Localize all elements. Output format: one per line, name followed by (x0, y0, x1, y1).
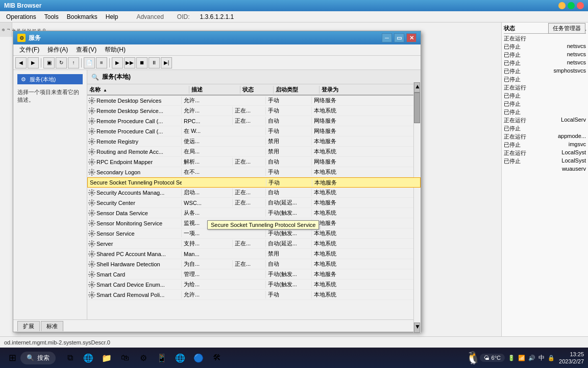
taskbar-search[interactable]: 🔍 搜索 (20, 352, 56, 364)
svg-rect-30 (88, 131, 90, 132)
table-row[interactable]: Remote Desktop Services 允许... 手动 网络服务 (87, 96, 421, 106)
svg-point-144 (90, 263, 93, 266)
svg-rect-42 (93, 143, 94, 144)
svg-rect-174 (88, 294, 90, 295)
svc-desc-cell: RPC... (181, 118, 232, 124)
table-row[interactable]: Sensor Data Service 从各... 手动(触发... 本地系统 (87, 208, 421, 218)
status-entry-10: 已停止 (504, 108, 586, 116)
win-minimize-btn[interactable]: ─ (382, 33, 392, 42)
table-row[interactable]: Shared PC Account Mana... Man... 禁用 本地系统 (87, 249, 421, 259)
tab-standard[interactable]: 标准 (41, 321, 63, 331)
table-row[interactable]: RPC Endpoint Mapper 解析... 正在... 自动 网络服务 (87, 157, 421, 167)
menu-action[interactable]: 操作(A) (43, 44, 72, 55)
time-display[interactable]: 13:25 2023/2/27 (559, 351, 584, 365)
table-row[interactable]: Security Accounts Manag... 启动... 正在... 自… (87, 188, 421, 198)
table-row[interactable]: Sensor Service 一项... 手动(触发... 本地系统 (87, 228, 421, 239)
svg-rect-71 (93, 169, 94, 171)
menu-tools[interactable]: Tools (40, 12, 63, 21)
table-row[interactable]: Smart Card 管理... 手动(触发... 本地服务 (87, 269, 421, 280)
resume-btn[interactable]: ⏸ (149, 57, 160, 68)
svc-desc-cell: 在 W... (181, 127, 232, 135)
win-restore-btn[interactable]: ▭ (394, 33, 404, 42)
svg-rect-100 (91, 210, 92, 211)
svc-desc-cell: 允许... (181, 107, 232, 114)
extra-btn[interactable]: ≡ (96, 57, 107, 68)
table-row[interactable]: Security Center WSC... 正在... 自动(延迟... 本地… (87, 198, 421, 208)
tray-battery[interactable]: 🔋 (508, 355, 515, 361)
svg-point-135 (90, 252, 93, 256)
table-row[interactable]: Shell Hardware Detection 为自... 正在... 自动 … (87, 259, 421, 269)
tray-network[interactable]: 📶 (518, 355, 525, 361)
win-close-btn[interactable]: ✕ (406, 33, 416, 42)
table-row[interactable]: Remote Procedure Call (... RPC... 正在... … (87, 116, 421, 126)
pause-btn[interactable]: ⏹ (136, 57, 148, 68)
table-row[interactable]: Remote Procedure Call (... 在 W... 手动 网络服… (87, 126, 421, 136)
minimize-btn[interactable] (558, 2, 566, 9)
forward-btn[interactable]: ▶ (28, 57, 39, 68)
col-header-login[interactable]: 登录为 (320, 86, 365, 94)
taskman-hint[interactable]: 任务管理器 (548, 23, 585, 34)
back-btn[interactable]: ◀ (15, 57, 27, 68)
start-btn[interactable]: ▶ (112, 57, 123, 68)
menu-help[interactable]: Help (102, 12, 122, 21)
col-header-status[interactable]: 状态 (240, 86, 274, 94)
tab-expand[interactable]: 扩展 (17, 321, 40, 331)
svc-name: Routing and Remote Acc... (96, 149, 163, 155)
table-row[interactable]: Sensor Monitoring Service 监视... 手动(触发...… (87, 218, 421, 228)
start-button[interactable]: ⊞ (4, 350, 20, 366)
maximize-btn[interactable] (568, 2, 575, 9)
taskbar-phone[interactable]: 📱 (154, 350, 170, 366)
props-btn[interactable]: 📄 (84, 57, 95, 68)
tray-input-method[interactable]: 中 (538, 354, 545, 362)
svg-rect-38 (91, 144, 92, 145)
svg-rect-134 (93, 241, 94, 242)
col-header-desc[interactable]: 描述 (189, 86, 240, 94)
table-row[interactable]: Routing and Remote Acc... 在局... 禁用 本地系统 (87, 147, 421, 157)
restart-btn[interactable]: ▶| (161, 57, 172, 68)
col-header-startup[interactable]: 启动类型 (274, 86, 320, 94)
table-row[interactable]: Secondary Logon 在不... 手动 本地系统 (87, 167, 421, 177)
refresh-btn[interactable]: ↻ (56, 57, 67, 68)
menu-file[interactable]: 文件(F) (15, 44, 43, 55)
status-entry-6: 已停止 (504, 76, 586, 83)
svc-name-cell: Remote Desktop Service... (87, 107, 181, 114)
taskbar-config[interactable]: 🛠 (209, 350, 225, 366)
export-btn[interactable]: ↑ (68, 57, 79, 68)
tree-item-local[interactable]: ⚙ 服务(本地) (17, 74, 83, 84)
table-row[interactable]: Remote Registry 使远... 禁用 本地服务 (87, 136, 421, 147)
svg-rect-34 (89, 132, 90, 134)
menu-help[interactable]: 帮助(H) (101, 44, 130, 55)
taskbar-settings[interactable]: ⚙ (135, 350, 152, 366)
table-row[interactable]: Smart Card Removal Poli... 允许... 手动 本地系统 (87, 290, 421, 300)
col-header-name[interactable]: 名称 ▲ (87, 86, 189, 94)
scrollbar-track[interactable]: ▲ ▼ (413, 82, 421, 333)
taskbar-ie[interactable]: 🔵 (190, 350, 207, 366)
table-row[interactable]: Secure Socket Tunneling Protocol Service… (87, 177, 421, 188)
menu-view[interactable]: 查看(V) (72, 44, 101, 55)
tree-icon: ⚙ (19, 75, 28, 83)
svg-point-9 (90, 109, 93, 112)
tray-security[interactable]: 🔒 (548, 355, 555, 361)
svc-name-cell: Sensor Monitoring Service (87, 220, 181, 227)
mib-browser-title: MIB Browser (4, 2, 41, 9)
taskbar-task-view[interactable]: ⧉ (62, 350, 78, 366)
scrollbar-down-arrow[interactable]: ▼ (414, 323, 420, 333)
menu-operations[interactable]: Operations (2, 12, 40, 21)
svg-rect-104 (89, 210, 90, 212)
taskbar-chrome[interactable]: 🌐 (172, 350, 188, 366)
close-btn[interactable] (577, 2, 584, 9)
scrollbar-up-arrow[interactable]: ▲ (414, 82, 420, 93)
menu-bookmarks[interactable]: Bookmarks (63, 12, 102, 21)
table-row[interactable]: Server 支持... 正在... 自动(延迟... 本地系统 (87, 239, 421, 249)
svg-rect-175 (94, 294, 95, 295)
taskbar-explorer[interactable]: 📁 (99, 350, 115, 366)
stop-btn[interactable]: ▶▶ (124, 57, 135, 68)
scrollbar-thumb[interactable] (414, 93, 420, 123)
taskbar-edge[interactable]: 🌐 (80, 350, 96, 366)
taskbar-store[interactable]: 🛍 (117, 350, 133, 366)
table-body[interactable]: Remote Desktop Services 允许... 手动 网络服务 Re… (87, 96, 421, 319)
tray-volume[interactable]: 🔊 (528, 355, 535, 361)
table-row[interactable]: Remote Desktop Service... 允许... 正在... 手动… (87, 106, 421, 116)
show-hide-btn[interactable]: ▣ (43, 57, 55, 68)
table-row[interactable]: Smart Card Device Enum... 为给... 手动(触发...… (87, 280, 421, 290)
